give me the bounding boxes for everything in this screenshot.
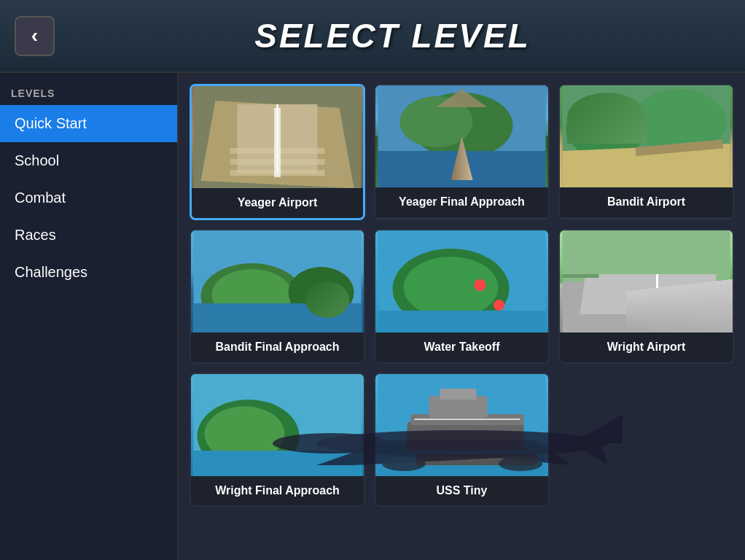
svg-rect-21 xyxy=(194,303,362,332)
level-name-wright-final: Wright Final Approach xyxy=(191,476,364,506)
svg-rect-35 xyxy=(194,451,362,476)
level-name-yeager-airport: Yeager Airport xyxy=(192,188,363,218)
level-card-bandit-final[interactable]: Bandit Final Approach xyxy=(190,229,365,364)
svg-rect-6 xyxy=(230,170,325,176)
level-thumb-yeager-final xyxy=(375,85,548,187)
svg-rect-38 xyxy=(407,421,524,451)
level-card-wright-final[interactable]: Wright Final Approach xyxy=(190,373,365,508)
sidebar-item-quick-start[interactable]: Quick Start xyxy=(0,105,177,142)
level-card-yeager-final[interactable]: Yeager Final Approach xyxy=(374,84,550,220)
level-card-uss-tiny[interactable]: USS Tiny xyxy=(374,373,550,508)
level-grid: Yeager Airport Yeager Final Approach xyxy=(190,84,734,507)
svg-rect-4 xyxy=(230,148,325,154)
main-content: LEVELS Quick Start School Combat Races C… xyxy=(0,73,745,560)
svg-rect-31 xyxy=(563,274,599,278)
svg-marker-1 xyxy=(201,101,354,188)
level-card-bandit-airport[interactable]: Bandit Airport xyxy=(558,84,734,220)
level-thumb-uss-tiny xyxy=(375,374,548,476)
sidebar-section-label: LEVELS xyxy=(0,80,177,105)
level-thumb-bandit-airport xyxy=(560,85,733,187)
level-grid-container: Yeager Airport Yeager Final Approach xyxy=(179,73,745,560)
level-name-water-takeoff: Water Takeoff xyxy=(375,332,548,362)
back-button[interactable]: ‹ xyxy=(15,16,55,56)
sidebar-item-races[interactable]: Races xyxy=(0,217,177,254)
sidebar-item-school[interactable]: School xyxy=(0,142,177,179)
level-name-uss-tiny: USS Tiny xyxy=(375,476,548,506)
svg-rect-41 xyxy=(440,389,477,400)
svg-rect-26 xyxy=(378,311,546,332)
level-thumb-bandit-final xyxy=(191,230,364,332)
svg-rect-10 xyxy=(378,151,546,187)
svg-rect-5 xyxy=(230,159,325,165)
level-card-yeager-airport[interactable]: Yeager Airport xyxy=(190,84,365,220)
sidebar-item-challenges[interactable]: Challenges xyxy=(0,254,177,291)
level-name-yeager-final: Yeager Final Approach xyxy=(375,187,548,217)
level-card-water-takeoff[interactable]: Water Takeoff xyxy=(374,229,550,364)
svg-rect-27 xyxy=(563,230,730,281)
sidebar-item-combat[interactable]: Combat xyxy=(0,179,177,217)
svg-rect-29 xyxy=(580,274,717,314)
svg-point-25 xyxy=(475,279,486,291)
level-thumb-water-takeoff xyxy=(375,230,548,332)
level-name-bandit-airport: Bandit Airport xyxy=(560,187,733,217)
header: ‹ SELECT LEVEL xyxy=(0,0,745,73)
level-thumb-wright-final xyxy=(191,374,364,476)
level-thumb-wright-airport xyxy=(560,230,733,332)
level-card-wright-airport[interactable]: Wright Airport xyxy=(558,229,734,364)
page-title: SELECT LEVEL xyxy=(55,16,730,55)
level-name-wright-airport: Wright Airport xyxy=(560,332,733,362)
level-name-bandit-final: Bandit Final Approach xyxy=(191,332,364,362)
sidebar: LEVELS Quick Start School Combat Races C… xyxy=(0,73,179,560)
level-thumb-yeager-airport xyxy=(192,86,363,188)
